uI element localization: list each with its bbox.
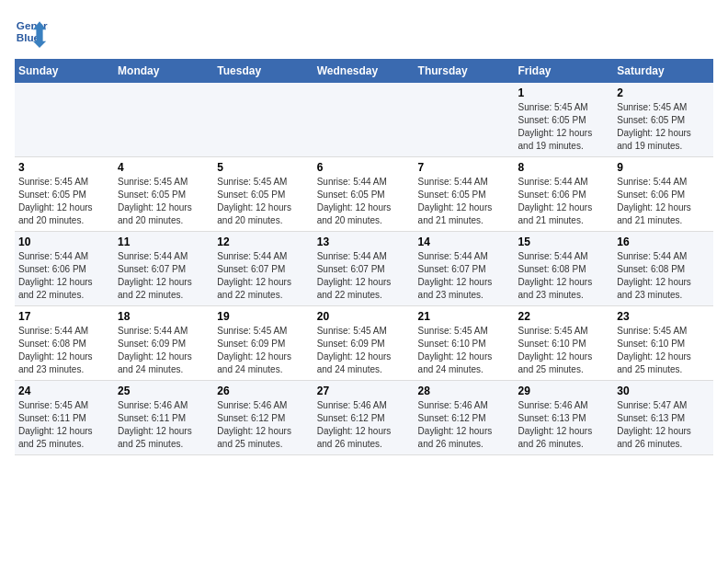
- day-cell: 2Sunrise: 5:45 AMSunset: 6:05 PMDaylight…: [613, 83, 713, 157]
- day-number: 13: [317, 236, 411, 248]
- day-number: 12: [217, 236, 309, 248]
- day-info: Sunrise: 5:45 AMSunset: 6:05 PMDaylight:…: [518, 101, 610, 153]
- day-info: Sunrise: 5:46 AMSunset: 6:13 PMDaylight:…: [518, 399, 610, 451]
- day-info: Sunrise: 5:44 AMSunset: 6:07 PMDaylight:…: [418, 250, 511, 302]
- day-cell: 27Sunrise: 5:46 AMSunset: 6:12 PMDayligh…: [313, 381, 415, 455]
- day-cell: [313, 83, 415, 157]
- day-cell: 14Sunrise: 5:44 AMSunset: 6:07 PMDayligh…: [415, 232, 515, 306]
- day-cell: 6Sunrise: 5:44 AMSunset: 6:05 PMDaylight…: [313, 157, 415, 232]
- weekday-header-wednesday: Wednesday: [313, 59, 415, 83]
- weekday-header-row: SundayMondayTuesdayWednesdayThursdayFrid…: [15, 59, 713, 83]
- day-cell: 17Sunrise: 5:44 AMSunset: 6:08 PMDayligh…: [15, 306, 114, 381]
- day-number: 27: [317, 385, 411, 397]
- day-info: Sunrise: 5:44 AMSunset: 6:07 PMDaylight:…: [118, 250, 210, 302]
- week-row-0: 1Sunrise: 5:45 AMSunset: 6:05 PMDaylight…: [15, 83, 713, 157]
- day-info: Sunrise: 5:44 AMSunset: 6:06 PMDaylight:…: [18, 250, 110, 302]
- day-cell: 24Sunrise: 5:45 AMSunset: 6:11 PMDayligh…: [15, 381, 114, 455]
- day-cell: 8Sunrise: 5:44 AMSunset: 6:06 PMDaylight…: [515, 157, 614, 232]
- day-cell: 29Sunrise: 5:46 AMSunset: 6:13 PMDayligh…: [515, 381, 614, 455]
- logo: General Blue: [15, 15, 48, 48]
- day-number: 6: [317, 161, 411, 174]
- day-info: Sunrise: 5:44 AMSunset: 6:06 PMDaylight:…: [617, 176, 710, 227]
- day-info: Sunrise: 5:45 AMSunset: 6:05 PMDaylight:…: [217, 176, 309, 227]
- day-cell: 16Sunrise: 5:44 AMSunset: 6:08 PMDayligh…: [613, 232, 713, 306]
- day-cell: 9Sunrise: 5:44 AMSunset: 6:06 PMDaylight…: [613, 157, 713, 232]
- logo-icon: General Blue: [15, 15, 48, 48]
- day-cell: 4Sunrise: 5:45 AMSunset: 6:05 PMDaylight…: [114, 157, 213, 232]
- page-header: General Blue: [15, 15, 713, 48]
- day-cell: 1Sunrise: 5:45 AMSunset: 6:05 PMDaylight…: [515, 83, 614, 157]
- day-info: Sunrise: 5:45 AMSunset: 6:10 PMDaylight:…: [418, 325, 511, 376]
- day-number: 23: [617, 310, 710, 323]
- day-number: 18: [118, 310, 210, 323]
- day-number: 20: [317, 310, 411, 323]
- day-cell: 19Sunrise: 5:45 AMSunset: 6:09 PMDayligh…: [213, 306, 313, 381]
- weekday-header-friday: Friday: [515, 59, 614, 83]
- day-info: Sunrise: 5:44 AMSunset: 6:05 PMDaylight:…: [418, 176, 511, 227]
- day-info: Sunrise: 5:44 AMSunset: 6:07 PMDaylight:…: [217, 250, 309, 302]
- week-row-2: 10Sunrise: 5:44 AMSunset: 6:06 PMDayligh…: [15, 232, 713, 306]
- day-number: 19: [217, 310, 309, 323]
- weekday-header-thursday: Thursday: [415, 59, 515, 83]
- day-cell: [213, 83, 313, 157]
- day-number: 25: [118, 385, 210, 397]
- day-info: Sunrise: 5:46 AMSunset: 6:12 PMDaylight:…: [418, 399, 511, 451]
- day-number: 28: [418, 385, 511, 397]
- week-row-1: 3Sunrise: 5:45 AMSunset: 6:05 PMDaylight…: [15, 157, 713, 232]
- day-number: 26: [217, 385, 309, 397]
- day-number: 15: [518, 236, 610, 248]
- day-info: Sunrise: 5:46 AMSunset: 6:11 PMDaylight:…: [118, 399, 210, 451]
- day-number: 7: [418, 161, 511, 174]
- day-cell: 28Sunrise: 5:46 AMSunset: 6:12 PMDayligh…: [415, 381, 515, 455]
- day-cell: 26Sunrise: 5:46 AMSunset: 6:12 PMDayligh…: [213, 381, 313, 455]
- day-cell: 3Sunrise: 5:45 AMSunset: 6:05 PMDaylight…: [15, 157, 114, 232]
- day-number: 5: [217, 161, 309, 174]
- day-cell: 18Sunrise: 5:44 AMSunset: 6:09 PMDayligh…: [114, 306, 213, 381]
- day-number: 11: [118, 236, 210, 248]
- day-number: 30: [617, 385, 710, 397]
- day-number: 3: [18, 161, 110, 174]
- day-info: Sunrise: 5:46 AMSunset: 6:12 PMDaylight:…: [217, 399, 309, 451]
- day-cell: 13Sunrise: 5:44 AMSunset: 6:07 PMDayligh…: [313, 232, 415, 306]
- day-cell: [114, 83, 213, 157]
- day-info: Sunrise: 5:44 AMSunset: 6:09 PMDaylight:…: [118, 325, 210, 376]
- day-cell: 20Sunrise: 5:45 AMSunset: 6:09 PMDayligh…: [313, 306, 415, 381]
- calendar-body: 1Sunrise: 5:45 AMSunset: 6:05 PMDaylight…: [15, 83, 713, 455]
- day-info: Sunrise: 5:44 AMSunset: 6:08 PMDaylight:…: [518, 250, 610, 302]
- day-info: Sunrise: 5:45 AMSunset: 6:10 PMDaylight:…: [518, 325, 610, 376]
- day-cell: 12Sunrise: 5:44 AMSunset: 6:07 PMDayligh…: [213, 232, 313, 306]
- calendar-table: SundayMondayTuesdayWednesdayThursdayFrid…: [15, 59, 713, 455]
- day-info: Sunrise: 5:45 AMSunset: 6:09 PMDaylight:…: [217, 325, 309, 376]
- day-info: Sunrise: 5:46 AMSunset: 6:12 PMDaylight:…: [317, 399, 411, 451]
- day-number: 17: [18, 310, 110, 323]
- day-info: Sunrise: 5:45 AMSunset: 6:11 PMDaylight:…: [18, 399, 110, 451]
- day-number: 21: [418, 310, 511, 323]
- day-number: 2: [617, 86, 710, 99]
- svg-text:General: General: [17, 19, 48, 31]
- day-cell: 7Sunrise: 5:44 AMSunset: 6:05 PMDaylight…: [415, 157, 515, 232]
- day-info: Sunrise: 5:45 AMSunset: 6:05 PMDaylight:…: [18, 176, 110, 227]
- day-number: 8: [518, 161, 610, 174]
- day-number: 24: [18, 385, 110, 397]
- week-row-4: 24Sunrise: 5:45 AMSunset: 6:11 PMDayligh…: [15, 381, 713, 455]
- day-info: Sunrise: 5:44 AMSunset: 6:08 PMDaylight:…: [617, 250, 710, 302]
- day-cell: 22Sunrise: 5:45 AMSunset: 6:10 PMDayligh…: [515, 306, 614, 381]
- day-number: 9: [617, 161, 710, 174]
- day-number: 1: [518, 86, 610, 99]
- day-info: Sunrise: 5:45 AMSunset: 6:05 PMDaylight:…: [118, 176, 210, 227]
- day-info: Sunrise: 5:44 AMSunset: 6:07 PMDaylight:…: [317, 250, 411, 302]
- day-info: Sunrise: 5:44 AMSunset: 6:08 PMDaylight:…: [18, 325, 110, 376]
- calendar-header: SundayMondayTuesdayWednesdayThursdayFrid…: [15, 59, 713, 83]
- weekday-header-tuesday: Tuesday: [213, 59, 313, 83]
- day-number: 4: [118, 161, 210, 174]
- day-cell: 23Sunrise: 5:45 AMSunset: 6:10 PMDayligh…: [613, 306, 713, 381]
- day-cell: 25Sunrise: 5:46 AMSunset: 6:11 PMDayligh…: [114, 381, 213, 455]
- weekday-header-monday: Monday: [114, 59, 213, 83]
- day-cell: 21Sunrise: 5:45 AMSunset: 6:10 PMDayligh…: [415, 306, 515, 381]
- day-cell: 5Sunrise: 5:45 AMSunset: 6:05 PMDaylight…: [213, 157, 313, 232]
- day-number: 10: [18, 236, 110, 248]
- day-number: 14: [418, 236, 511, 248]
- day-info: Sunrise: 5:47 AMSunset: 6:13 PMDaylight:…: [617, 399, 710, 451]
- day-number: 29: [518, 385, 610, 397]
- day-cell: [15, 83, 114, 157]
